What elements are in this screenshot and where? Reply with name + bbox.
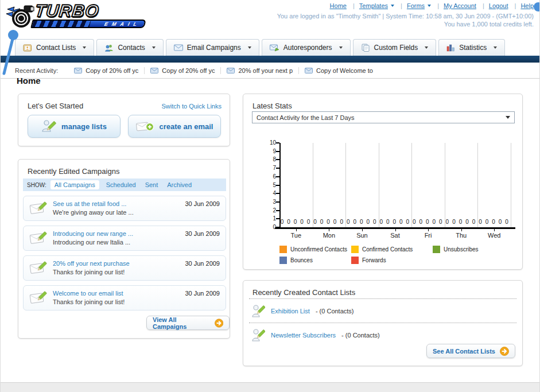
tab-custom-fields[interactable]: Custom Fields: [353, 39, 437, 56]
chart-zero-label: 0: [300, 219, 304, 225]
chart-gridline: [445, 143, 445, 227]
campaign-title-link[interactable]: Welcome to our email list: [53, 289, 125, 298]
campaign-row[interactable]: 20% off your next purchaseThanks for joi…: [23, 255, 226, 281]
nav-templates-link[interactable]: Templates: [359, 2, 388, 9]
nav-item-help[interactable]: Help: [510, 2, 534, 9]
contact-list-name-link[interactable]: Newsletter Subscribers: [271, 332, 336, 339]
create-email-button[interactable]: create an email: [128, 115, 221, 138]
activity-item[interactable]: 20% off your next p: [220, 67, 298, 74]
dotted-divider: [249, 323, 516, 323]
campaign-row[interactable]: See us at the retail food ...We're givin…: [23, 196, 226, 221]
nav-item-forms[interactable]: Forms: [396, 2, 431, 9]
activity-item[interactable]: Copy of 20% off yc: [68, 67, 144, 74]
chart-zero-label: 0: [499, 219, 502, 225]
contact-list-row[interactable]: Newsletter Subscribers - (0 Contacts): [251, 326, 380, 344]
contact-list-detail: - (0 Contacts): [341, 332, 380, 339]
activity-item[interactable]: Copy of Welcome to: [298, 67, 379, 74]
chart-ytick-label: 6: [263, 173, 276, 180]
tab-email-campaigns[interactable]: Email Campaigns: [166, 39, 259, 56]
chart-ytick-label: 9: [263, 148, 276, 154]
chart-gridline: [511, 143, 511, 227]
chart-zero-label: 0: [313, 219, 317, 225]
envelope-icon: [150, 68, 158, 73]
tab-label: Custom Fields: [374, 44, 418, 52]
envelope-pencil-icon: [29, 260, 48, 276]
tab-contacts[interactable]: Contacts: [96, 39, 163, 56]
tab-autoresponders[interactable]: Autoresponders: [262, 39, 351, 56]
filter-archived[interactable]: Archived: [167, 181, 192, 188]
chart-zero-label: 0: [433, 219, 436, 225]
legend-swatch-icon: [279, 257, 287, 264]
logo-stripes: [32, 21, 91, 27]
dotted-divider: [249, 298, 516, 299]
campaigns-filter-bar: SHOW: All Campaigns Scheduled Sent Archi…: [23, 178, 226, 191]
chart-ytick-mark: [276, 176, 279, 177]
nav-logout-link[interactable]: Logout: [489, 2, 508, 9]
activity-item[interactable]: Copy of 20% off yc: [144, 67, 220, 74]
nav-home-link[interactable]: Home: [330, 2, 347, 9]
page: TURBO EMAIL Home Templates Forms My Acco…: [0, 0, 540, 392]
filter-scheduled[interactable]: Scheduled: [106, 181, 136, 188]
chart-zero-label: 0: [333, 219, 337, 225]
chart-ytick-mark: [276, 210, 279, 211]
chart-xtick-label: Sat: [378, 232, 413, 239]
contacts-icon: [104, 44, 114, 52]
envelope-plus-icon: [136, 120, 154, 133]
contact-list-row[interactable]: Exhibition List - (0 Contacts): [251, 302, 354, 320]
chart-ytick-mark: [276, 218, 279, 219]
nav-item-home[interactable]: Home: [330, 2, 347, 9]
activity-item-label: Copy of 20% off yc: [162, 67, 215, 74]
filter-all-campaigns[interactable]: All Campaigns: [50, 180, 99, 189]
envelope-pencil-icon: [29, 230, 48, 246]
envelope-icon: [74, 68, 82, 73]
manage-lists-button[interactable]: manage lists: [28, 115, 121, 138]
nav-my-account-link[interactable]: My Account: [444, 2, 476, 9]
chart-ytick-mark: [276, 201, 279, 203]
chart-xtick-label: Fri: [411, 232, 445, 239]
tab-statistics[interactable]: Statistics: [438, 39, 505, 56]
campaigns-title: Recently Edited Campaigns: [28, 167, 119, 176]
page-title: Home: [17, 76, 41, 86]
campaign-title-link[interactable]: See us at the retail food ...: [53, 200, 134, 208]
contact-lists-panel: Recently Created Contact Lists Exhibitio…: [243, 280, 523, 366]
contact-list-name-link[interactable]: Exhibition List: [271, 308, 310, 315]
filter-sent[interactable]: Sent: [145, 181, 158, 188]
envelope-pencil-icon: [29, 200, 48, 216]
nav-help-link[interactable]: Help: [520, 2, 534, 9]
chart-ytick-label: 3: [263, 199, 276, 205]
campaign-row[interactable]: Welcome to our email listThanks for join…: [23, 285, 226, 311]
tab-label: Statistics: [459, 44, 487, 52]
see-all-contact-lists-button[interactable]: See All Contact Lists: [426, 344, 515, 358]
caret-down-icon: [152, 46, 156, 49]
legend-item: Bounces: [279, 255, 351, 265]
nav-item-logout[interactable]: Logout: [478, 2, 508, 9]
caret-down-icon: [339, 46, 343, 49]
nav-forms-link[interactable]: Forms: [407, 2, 425, 9]
campaign-title-link[interactable]: 20% off your next purchase: [53, 259, 130, 268]
chart-ytick-label: 1: [263, 215, 276, 222]
person-pencil-icon: [251, 303, 265, 319]
chart-xtick-mark: [362, 229, 363, 231]
chart-xtick-label: Sun: [345, 232, 379, 239]
view-all-campaigns-button[interactable]: View All Campaigns: [146, 316, 230, 330]
chart-xtick-mark: [296, 229, 297, 231]
legend-item: Forwards: [351, 255, 433, 265]
tab-contact-lists[interactable]: Contact Lists: [15, 39, 94, 56]
campaign-date: 30 Jun 2009: [185, 260, 220, 267]
legend-swatch-icon: [351, 246, 359, 253]
nav-item-my-account[interactable]: My Account: [433, 2, 476, 9]
tab-label: Contact Lists: [36, 44, 76, 52]
campaign-subtitle: Thanks for joining our list!: [53, 298, 125, 306]
autoresponders-icon: [270, 44, 279, 52]
chart-zero-label: 0: [479, 219, 482, 225]
switch-quick-links-link[interactable]: Switch to Quick Links: [161, 103, 222, 110]
nav-item-templates[interactable]: Templates: [348, 2, 394, 9]
caret-down-icon: [425, 46, 428, 49]
campaign-title-link[interactable]: Introducing our new range ...: [53, 230, 133, 238]
person-pencil-icon: [41, 119, 56, 134]
legend-item: Confirmed Contacts: [351, 244, 433, 254]
chart-zero-label: 0: [386, 219, 390, 225]
campaign-row[interactable]: Introducing our new range ...Introducing…: [23, 226, 226, 251]
create-email-label: create an email: [160, 122, 213, 131]
arrow-circle-icon: [500, 347, 509, 356]
